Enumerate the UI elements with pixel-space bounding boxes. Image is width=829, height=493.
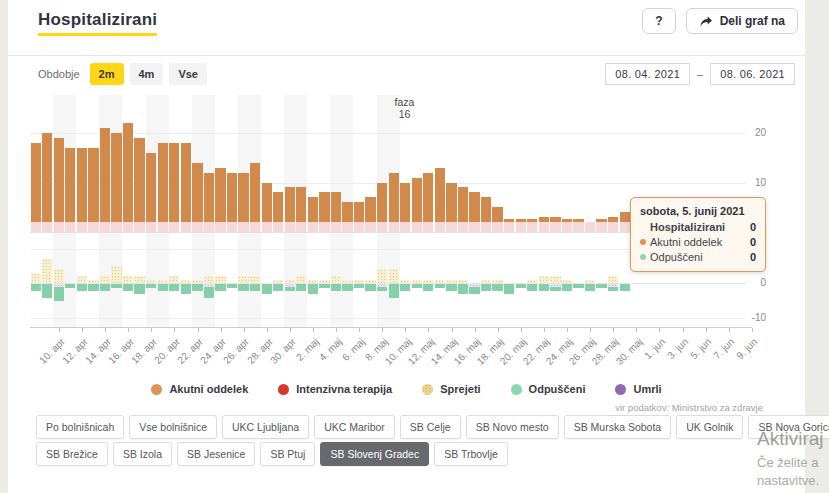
bar-intenzivna-band[interactable]: [573, 222, 583, 232]
bar-akutni-oddelek[interactable]: [100, 128, 110, 222]
bar-intenzivna-band[interactable]: [389, 222, 399, 232]
bar-sprejeti[interactable]: [400, 280, 410, 284]
bar-intenzivna-band[interactable]: [238, 222, 248, 232]
bar-akutni-oddelek[interactable]: [181, 143, 191, 222]
bar-akutni-oddelek[interactable]: [273, 192, 283, 222]
bar-sprejeti[interactable]: [273, 280, 283, 284]
bar-sprejeti[interactable]: [181, 280, 191, 284]
bar-akutni-oddelek[interactable]: [608, 217, 618, 222]
help-button[interactable]: ?: [642, 8, 675, 34]
bar-akutni-oddelek[interactable]: [377, 183, 387, 223]
bar-akutni-oddelek[interactable]: [169, 143, 179, 222]
bar-odpusceni[interactable]: [331, 284, 341, 291]
hospital-filter-sb-celje[interactable]: SB Celje: [400, 415, 461, 439]
bar-odpusceni[interactable]: [134, 284, 144, 294]
bar-sprejeti[interactable]: [296, 276, 306, 283]
bar-odpusceni[interactable]: [539, 284, 549, 291]
bar-akutni-oddelek[interactable]: [412, 178, 422, 223]
bar-intenzivna-band[interactable]: [492, 222, 502, 232]
bar-odpusceni[interactable]: [204, 287, 214, 297]
bar-odpusceni[interactable]: [412, 284, 422, 288]
bar-odpusceni[interactable]: [342, 284, 352, 291]
period-button-2m[interactable]: 2m: [90, 63, 124, 85]
bar-intenzivna-band[interactable]: [331, 222, 341, 232]
bar-akutni-oddelek[interactable]: [504, 219, 514, 222]
bar-odpusceni[interactable]: [169, 284, 179, 291]
bar-odpusceni[interactable]: [158, 284, 168, 291]
bar-odpusceni[interactable]: [620, 284, 630, 291]
bar-odpusceni[interactable]: [435, 284, 445, 288]
bar-intenzivna-band[interactable]: [504, 222, 514, 232]
bar-akutni-oddelek[interactable]: [423, 173, 433, 223]
bar-odpusceni[interactable]: [77, 284, 87, 291]
bar-odpusceni[interactable]: [446, 284, 456, 291]
bar-akutni-oddelek[interactable]: [596, 219, 606, 222]
bar-intenzivna-band[interactable]: [77, 222, 87, 232]
bar-intenzivna-band[interactable]: [134, 222, 144, 232]
legend-item[interactable]: Akutni oddelek: [151, 383, 248, 395]
bar-odpusceni[interactable]: [54, 287, 64, 301]
bar-odpusceni[interactable]: [146, 284, 156, 288]
bar-odpusceni[interactable]: [319, 284, 329, 288]
bar-akutni-oddelek[interactable]: [134, 138, 144, 222]
bar-sprejeti[interactable]: [31, 273, 41, 283]
bar-sprejeti[interactable]: [204, 276, 214, 283]
share-button[interactable]: Deli graf na: [686, 8, 798, 34]
bar-akutni-oddelek[interactable]: [238, 173, 248, 223]
bar-sprejeti[interactable]: [192, 280, 202, 284]
bar-akutni-oddelek[interactable]: [516, 219, 526, 222]
bar-sprejeti[interactable]: [458, 280, 468, 284]
bar-sprejeti[interactable]: [169, 276, 179, 283]
bar-intenzivna-band[interactable]: [65, 222, 75, 232]
bar-akutni-oddelek[interactable]: [562, 219, 572, 222]
bar-intenzivna-band[interactable]: [527, 222, 537, 232]
bar-odpusceni[interactable]: [596, 284, 606, 288]
bar-odpusceni[interactable]: [181, 284, 191, 294]
bar-akutni-oddelek[interactable]: [250, 163, 260, 223]
hospital-filter-sb-jesenice[interactable]: SB Jesenice: [177, 442, 255, 466]
bar-akutni-oddelek[interactable]: [389, 173, 399, 223]
bar-intenzivna-band[interactable]: [227, 222, 237, 232]
hospital-filter-uk-golnik[interactable]: UK Golnik: [676, 415, 743, 439]
hospital-filter-sb-bre-ice[interactable]: SB Brežice: [36, 442, 108, 466]
bar-akutni-oddelek[interactable]: [308, 197, 318, 222]
bar-odpusceni[interactable]: [285, 287, 295, 291]
bar-akutni-oddelek[interactable]: [77, 148, 87, 223]
bar-odpusceni[interactable]: [573, 284, 583, 288]
bar-sprejeti[interactable]: [111, 266, 121, 283]
bar-odpusceni[interactable]: [273, 284, 283, 291]
bar-sprejeti[interactable]: [331, 276, 341, 283]
bar-odpusceni[interactable]: [400, 284, 410, 291]
hospitalization-chart[interactable]: 201000-10 sobota, 5. junij 2021 Hospital…: [8, 0, 805, 380]
hospital-filter-sb-slovenj-gradec[interactable]: SB Slovenj Gradec: [320, 442, 429, 466]
bar-intenzivna-band[interactable]: [54, 222, 64, 232]
hospital-filter-sb-trbovlje[interactable]: SB Trbovlje: [434, 442, 508, 466]
bar-odpusceni[interactable]: [365, 284, 375, 291]
bar-odpusceni[interactable]: [296, 284, 306, 291]
bar-sprejeti[interactable]: [342, 280, 352, 284]
bar-akutni-oddelek[interactable]: [192, 163, 202, 223]
bar-sprejeti[interactable]: [527, 280, 537, 284]
bar-intenzivna-band[interactable]: [516, 222, 526, 232]
bar-intenzivna-band[interactable]: [562, 222, 572, 232]
bar-odpusceni[interactable]: [262, 284, 272, 294]
bar-intenzivna-band[interactable]: [273, 222, 283, 232]
bar-akutni-oddelek[interactable]: [527, 219, 537, 222]
bar-sprejeti[interactable]: [585, 280, 595, 284]
bar-sprejeti[interactable]: [146, 280, 156, 284]
bar-odpusceni[interactable]: [550, 287, 560, 291]
hospital-filter-ukc-maribor[interactable]: UKC Maribor: [314, 415, 395, 439]
bar-intenzivna-band[interactable]: [412, 222, 422, 232]
bar-intenzivna-band[interactable]: [354, 222, 364, 232]
bar-intenzivna-band[interactable]: [365, 222, 375, 232]
bar-odpusceni[interactable]: [492, 284, 502, 291]
bar-sprejeti[interactable]: [377, 269, 387, 283]
bar-intenzivna-band[interactable]: [181, 222, 191, 232]
bar-intenzivna-band[interactable]: [111, 222, 121, 232]
hospital-filter-vse-bolni-nice[interactable]: Vse bolnišnice: [129, 415, 217, 439]
bar-intenzivna-band[interactable]: [158, 222, 168, 232]
bar-sprejeti[interactable]: [88, 280, 98, 284]
bar-akutni-oddelek[interactable]: [111, 133, 121, 222]
bar-akutni-oddelek[interactable]: [227, 173, 237, 223]
legend-item[interactable]: Umrli: [615, 383, 661, 395]
